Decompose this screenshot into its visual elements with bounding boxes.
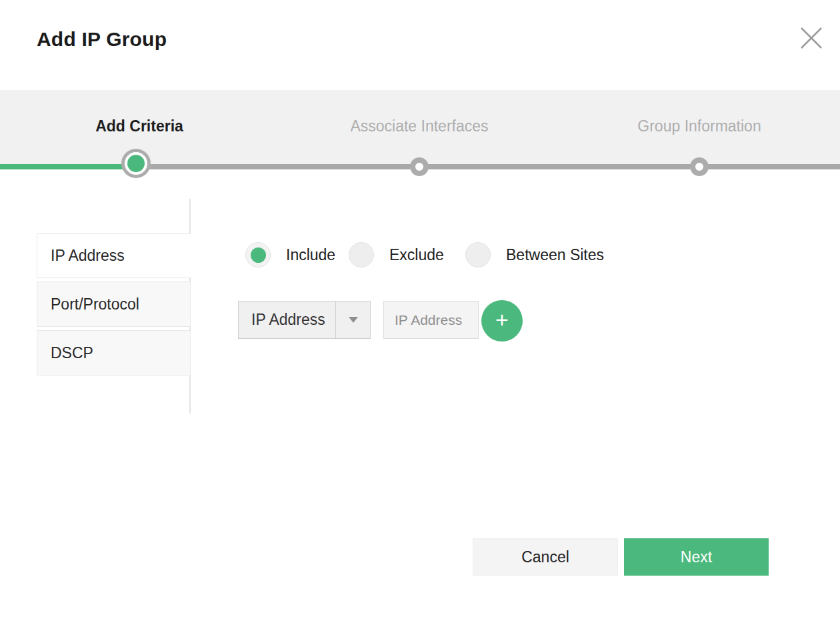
dropdown-caret-zone[interactable] — [335, 301, 370, 338]
close-button[interactable] — [797, 24, 825, 52]
tab-label: DSCP — [51, 344, 93, 362]
page-title: Add IP Group — [37, 28, 167, 51]
add-ip-group-dialog: Add IP Group Add Criteria Associate Inte… — [0, 0, 840, 631]
radio-dot — [251, 247, 266, 263]
ip-type-dropdown[interactable]: IP Address — [238, 301, 371, 339]
radio-between-sites[interactable]: Between Sites — [465, 242, 604, 267]
ip-address-input[interactable] — [383, 301, 479, 339]
close-icon — [799, 25, 824, 51]
step-dot-icon — [410, 157, 429, 176]
tab-ip-address[interactable]: IP Address — [37, 233, 191, 278]
next-button[interactable]: Next — [624, 538, 769, 576]
plus-icon: + — [495, 307, 509, 333]
radio-exclude[interactable]: Exclude — [349, 242, 444, 267]
tab-dscp[interactable]: DSCP — [37, 330, 191, 376]
chevron-down-icon — [349, 317, 358, 323]
cancel-button[interactable]: Cancel — [473, 538, 618, 576]
radio-label: Include — [286, 246, 335, 264]
step-dot-active-icon — [125, 152, 147, 175]
radio-selected-icon[interactable] — [245, 242, 271, 267]
radio-include[interactable]: Include — [245, 242, 335, 267]
radio-unselected-icon[interactable] — [465, 242, 491, 267]
step-dot-icon — [690, 157, 709, 176]
dropdown-selected-value: IP Address — [239, 301, 335, 338]
radio-unselected-icon[interactable] — [349, 242, 374, 267]
step-label-associate-interfaces[interactable]: Associate Interfaces — [350, 117, 488, 135]
tab-port-protocol[interactable]: Port/Protocol — [37, 281, 191, 327]
radio-label: Exclude — [389, 246, 444, 264]
radio-label: Between Sites — [506, 246, 604, 264]
step-label-group-information[interactable]: Group Information — [637, 117, 761, 135]
step-label-add-criteria[interactable]: Add Criteria — [95, 117, 183, 135]
progress-fill — [0, 164, 139, 169]
add-criteria-button[interactable]: + — [481, 300, 523, 342]
tab-label: IP Address — [51, 247, 125, 265]
tab-label: Port/Protocol — [51, 295, 139, 313]
